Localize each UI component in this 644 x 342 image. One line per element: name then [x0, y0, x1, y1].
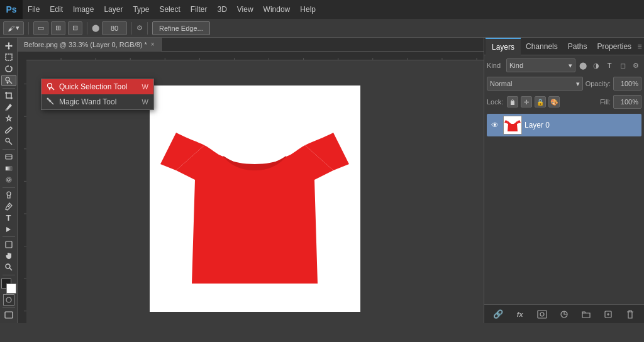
svg-point-11: [6, 297, 11, 302]
new-group-btn[interactable]: [579, 307, 593, 321]
opacity-input[interactable]: 100%: [613, 77, 641, 91]
lock-image-btn[interactable]: ✛: [521, 96, 532, 108]
ps-logo: Ps: [0, 0, 23, 19]
hand-tool[interactable]: [1, 250, 16, 261]
clone-tool[interactable]: [1, 136, 16, 147]
adjustment-filter-icon[interactable]: ◑: [591, 60, 602, 71]
menu-file[interactable]: File: [23, 0, 45, 19]
background-color[interactable]: [6, 284, 16, 294]
healing-tool[interactable]: [1, 113, 16, 124]
add-selection-btn[interactable]: ⊞: [51, 21, 65, 35]
separator4: [3, 236, 15, 237]
type-filter-icon[interactable]: T: [604, 60, 615, 71]
lock-artboard-btn[interactable]: 🎨: [548, 96, 560, 108]
menu-image[interactable]: Image: [68, 0, 99, 19]
zoom-tool[interactable]: [1, 262, 16, 273]
magic-wand-menu-item[interactable]: Magic Wand Tool W: [42, 94, 153, 109]
new-adjustment-btn[interactable]: [557, 307, 571, 321]
opacity-label: Opacity:: [586, 80, 611, 87]
document-tab[interactable]: Before.png @ 33.3% (Layer 0, RGB/8) * ×: [18, 38, 162, 52]
tab-close-btn[interactable]: ×: [151, 41, 155, 48]
fx-btn[interactable]: fx: [513, 307, 527, 321]
brush-size-input[interactable]: 80: [102, 21, 127, 35]
quick-selection-shortcut: W: [142, 83, 148, 91]
menu-window[interactable]: Window: [258, 0, 296, 19]
refine-edge-button[interactable]: Refine Edge...: [152, 21, 210, 35]
link-layers-btn[interactable]: 🔗: [491, 307, 505, 321]
menu-3d[interactable]: 3D: [212, 0, 231, 19]
magic-wand-shortcut: W: [142, 98, 148, 106]
svg-rect-0: [6, 54, 12, 60]
marquee-tool[interactable]: [1, 52, 16, 62]
chevron-down-icon: ▾: [569, 62, 572, 70]
layer-thumbnail: [503, 116, 522, 135]
shape-filter-icon[interactable]: ◻: [617, 60, 628, 71]
add-mask-btn[interactable]: [535, 307, 549, 321]
menu-type[interactable]: Type: [128, 0, 154, 19]
layer-name: Layer 0: [525, 121, 550, 130]
pixel-filter-icon[interactable]: ⬤: [577, 60, 589, 71]
tab-properties[interactable]: Properties: [592, 38, 636, 55]
menu-select[interactable]: Select: [154, 0, 185, 19]
subtract-selection-btn[interactable]: ⊟: [68, 21, 82, 35]
blur-tool[interactable]: [1, 174, 16, 185]
separator5: [3, 275, 15, 275]
dodge-tool[interactable]: [1, 189, 16, 200]
chevron-down-icon2: ▾: [576, 80, 580, 88]
menu-edit[interactable]: Edit: [45, 0, 68, 19]
layer-0-row[interactable]: 👁 Layer 0: [487, 114, 641, 136]
quick-select-tool[interactable]: [1, 75, 16, 86]
tab-title: Before.png @ 33.3% (Layer 0, RGB/8) *: [24, 41, 147, 48]
menu-filter[interactable]: Filter: [186, 0, 213, 19]
pen-tool[interactable]: [1, 201, 16, 212]
canvas-content[interactable]: Quick Selection Tool W Magic Wand Tool W: [26, 60, 484, 323]
menu-layer[interactable]: Layer: [99, 0, 128, 19]
text-tool[interactable]: T: [1, 212, 16, 223]
gradient-tool[interactable]: [1, 163, 16, 174]
crop-tool[interactable]: [1, 90, 16, 101]
delete-layer-btn[interactable]: [623, 307, 637, 321]
lock-transparent-btn[interactable]: [507, 96, 518, 108]
svg-point-7: [8, 179, 10, 181]
separator: [28, 22, 29, 35]
blend-opacity-row: Normal ▾ Opacity: 100%: [487, 76, 641, 91]
kind-dropdown[interactable]: Kind ▾: [506, 58, 575, 72]
canvas-document[interactable]: [150, 86, 360, 312]
tab-layers[interactable]: Layers: [486, 38, 521, 55]
text-icon: T: [6, 213, 11, 223]
tool-preset-picker[interactable]: 🖌 ▾: [3, 21, 24, 35]
fill-input[interactable]: 100%: [613, 95, 641, 109]
canvas-inner: Quick Selection Tool W Magic Wand Tool W: [18, 52, 484, 323]
panel-menu-btn[interactable]: ≡: [636, 38, 643, 55]
screen-mode-btn[interactable]: [1, 310, 16, 321]
chevron-down-icon: ▾: [16, 24, 19, 32]
eyedropper-tool[interactable]: [1, 102, 16, 113]
lock-position-btn[interactable]: 🔒: [535, 96, 546, 108]
path-select-tool[interactable]: [1, 224, 16, 234]
separator6: [3, 307, 15, 308]
blend-mode-dropdown[interactable]: Normal ▾: [487, 77, 583, 91]
svg-rect-42: [538, 311, 547, 318]
eraser-tool[interactable]: [1, 152, 16, 162]
brush-tool[interactable]: [1, 124, 16, 135]
svg-point-43: [540, 312, 544, 316]
svg-rect-40: [511, 101, 514, 105]
move-tool[interactable]: [1, 40, 16, 51]
shape-tool[interactable]: [1, 239, 16, 250]
brush-size-label: ⬤: [92, 24, 99, 32]
tab-channels[interactable]: Channels: [521, 38, 563, 55]
new-layer-btn[interactable]: [601, 307, 615, 321]
quick-mask-btn[interactable]: [3, 294, 14, 306]
smart-filter-icon[interactable]: ⚙: [630, 60, 641, 71]
tab-bar: Before.png @ 33.3% (Layer 0, RGB/8) * ×: [18, 38, 484, 52]
quick-selection-menu-item[interactable]: Quick Selection Tool W: [42, 79, 153, 94]
menu-help[interactable]: Help: [295, 0, 321, 19]
lasso-tool[interactable]: [1, 63, 16, 74]
menu-view[interactable]: View: [232, 0, 258, 19]
kind-label: Kind: [487, 62, 504, 69]
separator4: [147, 22, 148, 35]
layer-visibility-toggle[interactable]: 👁: [489, 119, 501, 131]
main-area: T: [0, 38, 644, 323]
tab-paths[interactable]: Paths: [563, 38, 592, 55]
new-selection-btn[interactable]: ▭: [33, 21, 48, 35]
